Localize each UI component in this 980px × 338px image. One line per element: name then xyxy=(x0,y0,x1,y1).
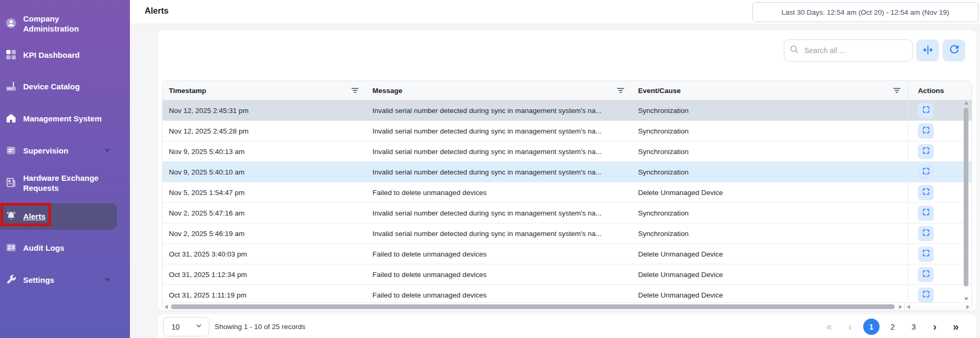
expand-icon xyxy=(922,187,931,198)
table-header-row: Timestamp Message Event/Cause xyxy=(163,81,972,100)
timestamp-cell: Nov 5, 2025 1:54:47 pm xyxy=(163,182,366,202)
expand-icon xyxy=(922,146,931,157)
table-row[interactable]: Nov 9, 2025 5:40:10 am Invalid serial nu… xyxy=(163,162,972,182)
scroll-up-arrow-icon[interactable] xyxy=(964,101,968,105)
expand-row-button[interactable] xyxy=(918,165,934,180)
message-cell: Invalid serial number detected during sy… xyxy=(366,223,632,243)
table-row[interactable]: Oct 31, 2025 3:40:03 pm Failed to delete… xyxy=(163,244,972,264)
app: Company Administration KPI Dashboard Dev… xyxy=(0,0,980,338)
page-button-1[interactable]: 1 xyxy=(863,319,880,335)
user-icon xyxy=(5,17,17,31)
table-row[interactable]: Nov 5, 2025 1:54:47 pm Failed to delete … xyxy=(163,182,972,203)
sidebar-item-settings[interactable]: Settings xyxy=(0,269,130,292)
table-row[interactable]: Nov 2, 2025 5:47:16 am Invalid serial nu… xyxy=(163,203,972,223)
expand-row-button[interactable] xyxy=(918,206,934,221)
next-page-button[interactable]: › xyxy=(927,319,943,335)
horizontal-scrollbar[interactable] xyxy=(163,302,972,310)
sidebar-item-label: Audit Logs xyxy=(23,243,64,253)
last-page-button[interactable]: » xyxy=(948,319,964,335)
expand-icon xyxy=(922,228,931,239)
search-input[interactable] xyxy=(803,46,907,55)
page-header: Alerts Last 30 Days: 12:54 am (Oct 20) -… xyxy=(130,0,980,24)
column-header-event-cause: Event/Cause xyxy=(632,81,908,100)
timestamp-cell: Nov 2, 2025 5:47:16 am xyxy=(163,203,366,223)
table-row[interactable]: Nov 12, 2025 2:45:31 pm Invalid serial n… xyxy=(163,100,972,121)
table-row[interactable]: Nov 2, 2025 5:46:19 am Invalid serial nu… xyxy=(163,223,972,244)
sidebar-item-management-system[interactable]: Management System xyxy=(0,107,130,130)
sidebar-item-alerts[interactable]: Alerts xyxy=(0,203,117,230)
event-cause-cell: Delete Unmanaged Device xyxy=(632,264,908,284)
sidebar-item-device-catalog[interactable]: Device Catalog xyxy=(0,75,130,98)
horizontal-scrollbar-thumb[interactable] xyxy=(171,304,895,309)
expand-row-button[interactable] xyxy=(918,226,934,241)
event-cause-cell: Synchronization xyxy=(632,203,908,223)
event-cause-cell: Synchronization xyxy=(632,141,908,161)
filter-icon[interactable] xyxy=(615,85,627,96)
message-cell: Invalid serial number detected during sy… xyxy=(366,100,632,120)
bell-icon xyxy=(5,210,17,224)
horizontal-scrollbar-frozen[interactable] xyxy=(905,303,972,310)
sidebar-item-kpi-dashboard[interactable]: KPI Dashboard xyxy=(0,44,130,67)
chevron-down-icon xyxy=(104,276,111,285)
previous-page-button[interactable]: ‹ xyxy=(842,319,858,335)
table-row[interactable]: Nov 12, 2025 2:45:28 pm Invalid serial n… xyxy=(163,121,972,141)
sidebar-item-company-administration[interactable]: Company Administration xyxy=(0,12,130,35)
collapse-columns-button[interactable] xyxy=(916,39,939,62)
message-cell: Failed to delete unmanaged devices xyxy=(366,182,632,202)
event-cause-cell: Synchronization xyxy=(632,100,908,120)
table-row[interactable]: Oct 31, 2025 1:12:34 pm Failed to delete… xyxy=(163,264,972,285)
sidebar-item-label: Hardware Exchange Requests xyxy=(23,173,112,193)
timestamp-cell: Oct 31, 2025 3:40:03 pm xyxy=(163,244,366,264)
refresh-button[interactable] xyxy=(943,39,965,62)
event-cause-cell: Synchronization xyxy=(632,162,908,182)
sidebar-item-supervision[interactable]: Supervision xyxy=(0,139,130,162)
expand-row-button[interactable] xyxy=(918,288,934,303)
expand-row-button[interactable] xyxy=(918,185,934,200)
column-header-message: Message xyxy=(366,81,632,100)
scroll-left-arrow-icon[interactable] xyxy=(165,305,168,309)
expand-row-button[interactable] xyxy=(918,267,934,282)
expand-row-button[interactable] xyxy=(918,124,934,139)
records-summary: Showing 1 - 10 of 25 records xyxy=(215,314,306,338)
scroll-right-arrow-icon[interactable] xyxy=(966,305,969,309)
timestamp-cell: Oct 31, 2025 1:11:19 pm xyxy=(163,285,366,304)
search-box xyxy=(784,39,913,62)
search-icon xyxy=(790,45,799,56)
expand-row-button[interactable] xyxy=(918,144,934,159)
message-cell: Invalid serial number detected during sy… xyxy=(366,162,632,182)
page-button-3[interactable]: 3 xyxy=(906,319,922,335)
expand-row-button[interactable] xyxy=(918,247,934,262)
vertical-scrollbar[interactable] xyxy=(962,100,970,302)
table-row[interactable]: Oct 31, 2025 1:11:19 pm Failed to delete… xyxy=(163,285,972,304)
message-cell: Invalid serial number detected during sy… xyxy=(366,141,632,161)
scroll-right-arrow-icon[interactable] xyxy=(899,305,902,309)
scroll-down-arrow-icon[interactable] xyxy=(964,298,968,301)
sidebar-item-label: Device Catalog xyxy=(23,81,80,92)
event-cause-cell: Delete Unmanaged Device xyxy=(632,285,908,304)
sidebar-item-hardware-exchange-requests[interactable]: Hardware Exchange Requests xyxy=(0,167,130,199)
event-cause-cell: Delete Unmanaged Device xyxy=(632,244,908,264)
filter-icon[interactable] xyxy=(891,85,903,96)
sidebar-item-audit-logs[interactable]: Audit Logs xyxy=(0,237,130,260)
sidebar-item-label: KPI Dashboard xyxy=(23,50,80,60)
message-cell: Invalid serial number detected during sy… xyxy=(366,203,632,223)
news-icon xyxy=(5,176,17,190)
expand-icon xyxy=(922,208,931,218)
grid-icon xyxy=(5,48,17,63)
timestamp-cell: Nov 12, 2025 2:45:28 pm xyxy=(163,121,366,141)
first-page-button[interactable]: « xyxy=(821,319,837,335)
table-row[interactable]: Nov 9, 2025 5:40:13 am Invalid serial nu… xyxy=(163,141,972,162)
message-cell: Invalid serial number detected during sy… xyxy=(366,121,632,141)
pager: « ‹ 1 2 3 › » xyxy=(821,314,964,338)
message-cell: Failed to delete unmanaged devices xyxy=(366,264,632,284)
page-size-select[interactable]: 10 xyxy=(163,317,209,336)
date-range-button[interactable]: Last 30 Days: 12:54 am (Oct 20) - 12:54 … xyxy=(752,2,978,22)
pagination-panel: 10 Showing 1 - 10 of 25 records « ‹ 1 2 … xyxy=(158,314,976,338)
scroll-left-arrow-icon[interactable] xyxy=(907,305,910,309)
filter-icon[interactable] xyxy=(349,85,361,96)
page-size-value: 10 xyxy=(171,323,195,331)
page-button-2[interactable]: 2 xyxy=(885,319,901,335)
vertical-scrollbar-thumb[interactable] xyxy=(964,108,968,286)
horizontal-scrollbar-main[interactable] xyxy=(163,303,905,310)
expand-row-button[interactable] xyxy=(918,103,934,118)
